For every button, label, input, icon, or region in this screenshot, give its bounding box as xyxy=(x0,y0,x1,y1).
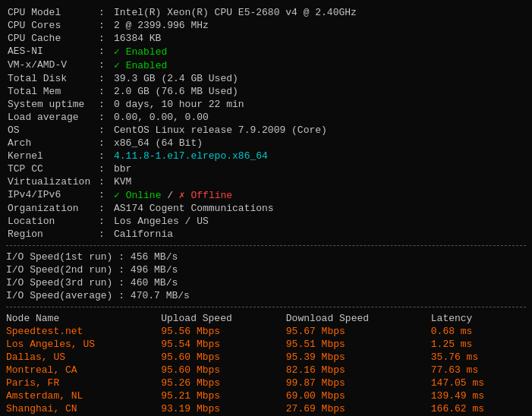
speed-table-row: Montreal, CA 95.60 Mbps 82.16 Mbps 77.63… xyxy=(6,364,526,377)
aes-ni-row: AES-NI : ✓ Enabled xyxy=(6,45,526,58)
organization-label: Organization xyxy=(6,202,97,215)
system-uptime-value: 0 days, 10 hour 22 min xyxy=(112,98,526,111)
cpu-cores-label: CPU Cores xyxy=(6,19,97,32)
virtualization-row: Virtualization : KVM xyxy=(6,175,526,188)
virtualization-label: Virtualization xyxy=(6,175,97,188)
speed-table-row: Dallas, US 95.60 Mbps 95.39 Mbps 35.76 m… xyxy=(6,351,526,364)
system-uptime-label: System uptime xyxy=(6,98,97,111)
arch-row: Arch : x86_64 (64 Bit) xyxy=(6,137,526,150)
download-speed: 95.51 Mbps xyxy=(286,338,431,351)
speed-table-row: Shanghai, CN 93.19 Mbps 27.69 Mbps 166.6… xyxy=(6,402,526,415)
node-name: Shanghai, CN xyxy=(6,402,161,415)
total-mem-value: 2.0 GB (76.6 MB Used) xyxy=(112,85,526,98)
organization-row: Organization : AS174 Cogent Communicatio… xyxy=(6,202,526,215)
speed-table-row: Amsterdam, NL 95.21 Mbps 69.00 Mbps 139.… xyxy=(6,389,526,402)
latency: 0.68 ms xyxy=(431,325,526,338)
total-disk-row: Total Disk : 39.3 GB (2.4 GB Used) xyxy=(6,72,526,85)
latency: 77.63 ms xyxy=(431,364,526,377)
io-speeds-section: I/O Speed(1st run) : 456 MB/s I/O Speed(… xyxy=(6,251,526,302)
latency: 166.62 ms xyxy=(431,402,526,415)
col-node-header: Node Name xyxy=(6,312,161,325)
io-run1-label: I/O Speed(1st run) xyxy=(6,251,112,263)
aes-ni-label: AES-NI xyxy=(6,45,97,58)
io-run1-value: 456 MB/s xyxy=(131,251,178,263)
virtualization-value: KVM xyxy=(112,175,526,188)
upload-speed: 95.56 Mbps xyxy=(161,325,286,338)
latency: 35.76 ms xyxy=(431,351,526,364)
io-avg-label: I/O Speed(average) xyxy=(6,290,112,301)
ipv6-status: ✗ Offline xyxy=(179,190,232,201)
region-value: California xyxy=(112,228,526,241)
location-value: Los Angeles / US xyxy=(112,215,526,228)
speed-table-header: Node Name Upload Speed Download Speed La… xyxy=(6,312,526,325)
system-uptime-row: System uptime : 0 days, 10 hour 22 min xyxy=(6,98,526,111)
cpu-cores-value: 2 @ 2399.996 MHz xyxy=(112,19,526,32)
io-run2-value: 496 MB/s xyxy=(131,264,178,276)
io-run3-value: 460 MB/s xyxy=(131,277,178,288)
node-name: Speedtest.net xyxy=(6,325,161,338)
total-mem-label: Total Mem xyxy=(6,85,97,98)
os-row: OS : CentOS Linux release 7.9.2009 (Core… xyxy=(6,124,526,137)
cpu-cache-value: 16384 KB xyxy=(112,32,526,45)
io-sep2: : xyxy=(118,264,131,276)
kernel-value: 4.11.8-1.el7.elrepo.x86_64 xyxy=(112,150,526,162)
kernel-row: Kernel : 4.11.8-1.el7.elrepo.x86_64 xyxy=(6,150,526,162)
region-row: Region : California xyxy=(6,228,526,241)
aes-ni-value: ✓ Enabled xyxy=(112,45,526,58)
download-speed: 27.69 Mbps xyxy=(286,402,431,415)
upload-speed: 95.60 Mbps xyxy=(161,351,286,364)
ipv4-ipv6-separator: / xyxy=(161,190,178,201)
arch-label: Arch xyxy=(6,137,97,150)
io-sep: : xyxy=(118,251,131,263)
vm-amd-v-value: ✓ Enabled xyxy=(112,58,526,72)
tcp-cc-value: bbr xyxy=(112,162,526,175)
io-run1-line: I/O Speed(1st run) : 456 MB/s xyxy=(6,251,526,263)
latency: 139.49 ms xyxy=(431,389,526,402)
io-run2-label: I/O Speed(2nd run) xyxy=(6,264,112,276)
speed-table-row: Speedtest.net 95.56 Mbps 95.67 Mbps 0.68… xyxy=(6,325,526,338)
divider-2 xyxy=(6,307,526,307)
tcp-cc-row: TCP CC : bbr xyxy=(6,162,526,175)
node-name: Montreal, CA xyxy=(6,364,161,377)
io-sep4: : xyxy=(118,290,131,301)
tcp-cc-label: TCP CC xyxy=(6,162,97,175)
node-name: Paris, FR xyxy=(6,377,161,389)
vm-amd-v-row: VM-x/AMD-V : ✓ Enabled xyxy=(6,58,526,72)
cpu-cache-row: CPU Cache : 16384 KB xyxy=(6,32,526,45)
total-mem-row: Total Mem : 2.0 GB (76.6 MB Used) xyxy=(6,85,526,98)
io-run3-label: I/O Speed(3rd run) xyxy=(6,277,112,288)
load-average-row: Load average : 0.00, 0.00, 0.00 xyxy=(6,111,526,124)
upload-speed: 95.21 Mbps xyxy=(161,389,286,402)
col-download-header: Download Speed xyxy=(286,312,431,325)
col-latency-header: Latency xyxy=(431,312,526,325)
download-speed: 69.00 Mbps xyxy=(286,389,431,402)
io-avg-value: 470.7 MB/s xyxy=(131,290,190,301)
ipv4-ipv6-value: ✓ Online / ✗ Offline xyxy=(112,188,526,202)
load-average-value: 0.00, 0.00, 0.00 xyxy=(112,111,526,124)
io-run2-line: I/O Speed(2nd run) : 496 MB/s xyxy=(6,263,526,276)
download-speed: 82.16 Mbps xyxy=(286,364,431,377)
upload-speed: 95.26 Mbps xyxy=(161,377,286,389)
io-avg-line: I/O Speed(average) : 470.7 MB/s xyxy=(6,289,526,302)
os-label: OS xyxy=(6,124,97,137)
download-speed: 95.39 Mbps xyxy=(286,351,431,364)
io-sep3: : xyxy=(118,277,131,288)
speed-table-row: Los Angeles, US 95.54 Mbps 95.51 Mbps 1.… xyxy=(6,338,526,351)
region-label: Region xyxy=(6,228,97,241)
cpu-cores-row: CPU Cores : 2 @ 2399.996 MHz xyxy=(6,19,526,32)
upload-speed: 93.19 Mbps xyxy=(161,402,286,415)
total-disk-value: 39.3 GB (2.4 GB Used) xyxy=(112,72,526,85)
speed-table-row: Paris, FR 95.26 Mbps 99.87 Mbps 147.05 m… xyxy=(6,377,526,389)
total-disk-label: Total Disk xyxy=(6,72,97,85)
cpu-model-value: Intel(R) Xeon(R) CPU E5-2680 v4 @ 2.40GH… xyxy=(112,6,526,19)
kernel-label: Kernel xyxy=(6,150,97,162)
node-name: Amsterdam, NL xyxy=(6,389,161,402)
cpu-model-label: CPU Model xyxy=(6,6,97,19)
col-upload-header: Upload Speed xyxy=(161,312,286,325)
sep: : xyxy=(97,6,112,19)
location-row: Location : Los Angeles / US xyxy=(6,215,526,228)
ipv4-ipv6-row: IPv4/IPv6 : ✓ Online / ✗ Offline xyxy=(6,188,526,202)
io-run3-line: I/O Speed(3rd run) : 460 MB/s xyxy=(6,276,526,289)
ipv4-ipv6-label: IPv4/IPv6 xyxy=(6,188,97,202)
os-value: CentOS Linux release 7.9.2009 (Core) xyxy=(112,124,526,137)
